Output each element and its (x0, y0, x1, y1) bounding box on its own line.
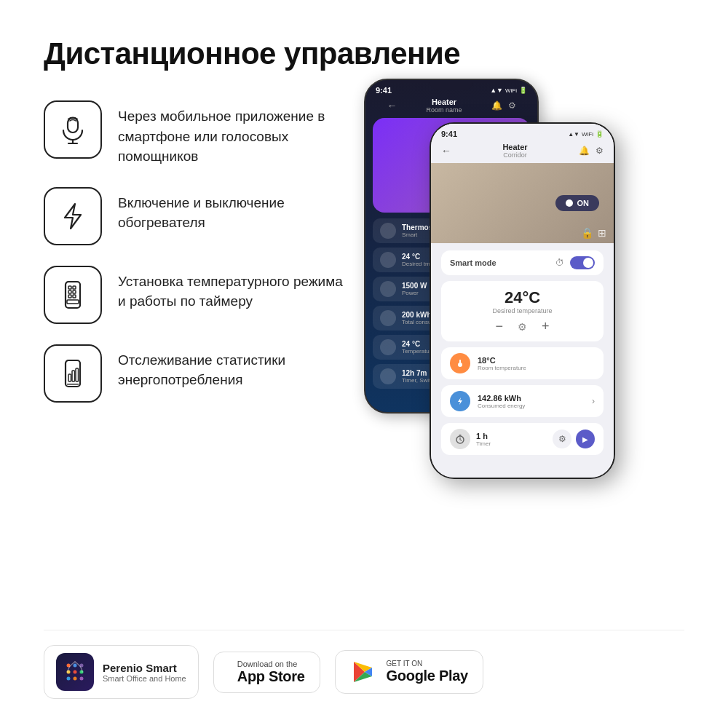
feature-item-power: Включение и выключение обогревателя (44, 187, 349, 245)
feature-item-timer: Установка температурного режима и работы… (44, 266, 349, 324)
svg-rect-8 (68, 295, 71, 298)
content-area: Через мобильное приложение в смартфоне и… (44, 100, 684, 608)
temp-label: Desired temperature (450, 307, 595, 314)
pb-li-info-3: 1500 W Power (402, 282, 427, 296)
phone-front-screen: 9:41 ▲▼ WiFi 🔋 ← Heater Corridor (431, 124, 614, 478)
perenio-app-icon (56, 653, 94, 691)
microphone-icon (58, 114, 88, 145)
temp-minus-btn[interactable]: − (495, 319, 503, 334)
perenio-sub: Smart Office and Home (103, 674, 186, 683)
timer-gear-btn[interactable]: ⚙ (553, 430, 571, 448)
svg-point-21 (74, 664, 77, 668)
timer-icon (450, 429, 470, 449)
feature-item-stats: Отслеживание статистики энергопотреблени… (44, 344, 349, 403)
energy-icon (450, 391, 470, 411)
svg-point-28 (80, 677, 84, 681)
pb-li-icon-1 (380, 223, 396, 239)
feature-text-timer: Установка температурного режима и работы… (118, 266, 349, 312)
feature-icon-timer (44, 266, 102, 324)
temp-adjust-icon: ⚙ (518, 321, 527, 333)
phone-front-notch (499, 124, 546, 135)
appstore-name: App Store (237, 668, 305, 685)
perenio-logo-icon (63, 660, 87, 684)
pb-li-icon-5 (380, 339, 396, 355)
timer-right: ⚙ ▶ (553, 430, 595, 448)
temp-value: 24°C (450, 288, 595, 307)
page: Дистанционное управление Через м (0, 0, 728, 728)
appstore-text: Download on the App Store (237, 660, 305, 685)
perenio-name: Perenio Smart (103, 662, 186, 674)
temp-controls: − ⚙ + (450, 319, 595, 334)
googleplay-badge[interactable]: GET IT ON Google Play (335, 650, 483, 694)
energy-row: 142.86 kWh Consumed energy › (441, 385, 604, 417)
feature-icon-stats (44, 344, 102, 403)
pf-status-icons: ▲▼ WiFi 🔋 (568, 130, 604, 138)
svg-rect-13 (72, 371, 75, 381)
googleplay-sub: GET IT ON (387, 660, 468, 668)
svg-rect-17 (459, 360, 461, 365)
svg-rect-5 (73, 286, 76, 289)
pb-li-icon-3 (380, 281, 396, 297)
smart-mode-label: Smart mode (450, 258, 496, 267)
pf-title: Heater (502, 143, 527, 151)
phone-back-notch (430, 80, 473, 90)
smart-mode-row: Smart mode ⏱ (441, 250, 604, 275)
perenio-badge: Perenio Smart Smart Office and Home (44, 645, 199, 699)
timer-play-btn[interactable]: ▶ (576, 430, 595, 448)
on-badge: ON (555, 195, 600, 211)
pb-li-info-2: 24 °C Desired tmp (402, 253, 433, 267)
googleplay-name: Google Play (387, 668, 468, 684)
svg-rect-6 (68, 290, 71, 293)
svg-rect-7 (73, 290, 76, 293)
phone-grid-icon (58, 280, 88, 310)
bottom-section: Perenio Smart Smart Office and Home Down… (44, 630, 684, 699)
timer-left: 1 h Timer (450, 429, 491, 449)
features-column: Через мобильное приложение в смартфоне и… (44, 100, 349, 608)
svg-rect-12 (68, 374, 71, 381)
smart-mode-toggle[interactable] (570, 256, 595, 269)
pb-li-icon-6 (380, 368, 396, 384)
pb-status-icons: ▲▼ WiFi 🔋 (490, 87, 527, 94)
googleplay-text: GET IT ON Google Play (387, 660, 468, 684)
pf-sub: Corridor (502, 151, 527, 159)
appstore-sub: Download on the (237, 660, 305, 668)
pb-li-icon-2 (380, 252, 396, 268)
feature-text-voice: Через мобильное приложение в смартфоне и… (118, 100, 349, 167)
pf-time: 9:41 (441, 130, 457, 138)
svg-rect-14 (76, 368, 79, 381)
timer-info: 1 h Timer (476, 432, 491, 447)
pf-controls: Smart mode ⏱ 24°C Desired temperature (431, 243, 614, 462)
room-temp-row: 18°C Room temperature (441, 347, 604, 379)
temp-section: 24°C Desired temperature − ⚙ + (441, 281, 604, 341)
pb-li-info-4: 200 kWh Total consu (402, 311, 432, 325)
feature-icon-power (44, 187, 102, 245)
svg-point-24 (74, 670, 77, 674)
svg-rect-19 (459, 435, 462, 436)
on-dot (566, 199, 573, 207)
pb-li-info-6: 12h 7m Timer, Swit (402, 369, 430, 384)
room-temp-info: 18°C Room temperature (478, 356, 526, 371)
feature-icon-voice (44, 100, 102, 159)
feature-item-voice: Через мобильное приложение в смартфоне и… (44, 100, 349, 167)
pf-photo: ON 🔒 ⊞ (431, 163, 614, 243)
svg-rect-4 (68, 286, 71, 289)
page-title: Дистанционное управление (44, 36, 684, 71)
temp-plus-btn[interactable]: + (542, 319, 550, 334)
google-play-icon (350, 658, 378, 686)
phones-area: 9:41 ▲▼ WiFi 🔋 ← Heater Room name (364, 100, 684, 608)
on-label: ON (577, 199, 590, 207)
timer-row: 1 h Timer ⚙ ▶ (441, 423, 604, 455)
svg-rect-10 (67, 300, 79, 304)
appstore-badge[interactable]: Download on the App Store (213, 652, 320, 693)
svg-rect-15 (67, 384, 79, 385)
svg-rect-9 (73, 295, 76, 298)
pb-time: 9:41 (376, 86, 392, 95)
phone-front: 9:41 ▲▼ WiFi 🔋 ← Heater Corridor (430, 122, 615, 479)
feature-text-power: Включение и выключение обогревателя (118, 187, 349, 233)
pb-title: Heater (426, 98, 462, 106)
room-temp-icon (450, 353, 470, 373)
pb-li-icon-4 (380, 310, 396, 326)
pb-sub: Room name (426, 106, 462, 114)
feature-text-stats: Отслеживание статистики энергопотреблени… (118, 344, 349, 390)
energy-info: 142.86 kWh Consumed energy (478, 394, 525, 409)
